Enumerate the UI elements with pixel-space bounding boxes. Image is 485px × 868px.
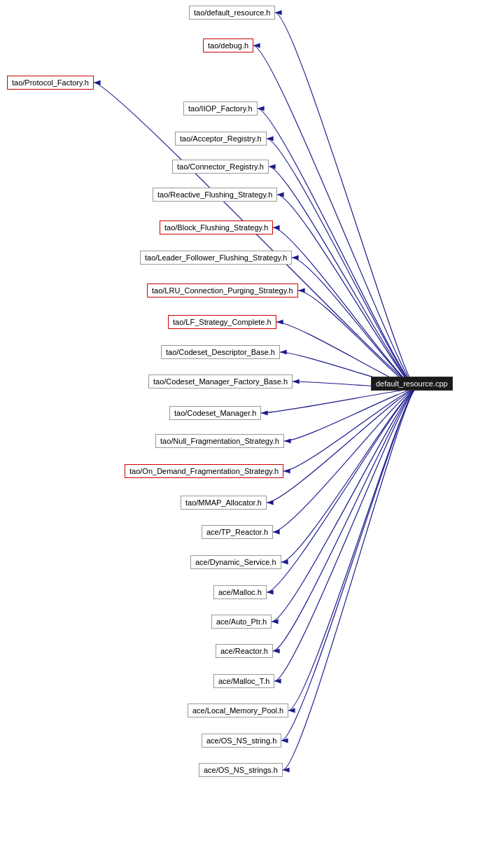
node-codeset_manager_factory_h: tao/Codeset_Manager_Factory_Base.h bbox=[148, 374, 293, 388]
arrow-to-iiop_factory_h bbox=[258, 108, 416, 388]
arrow-to-mmap_allocator_h bbox=[267, 388, 416, 503]
dependency-diagram: tao/default_resource.htao/debug.htao/Pro… bbox=[0, 0, 485, 868]
arrow-to-reactive_flushing_h bbox=[277, 195, 416, 388]
node-default_resource_cpp: default_resource.cpp bbox=[371, 377, 453, 391]
arrow-to-malloc_t_h bbox=[274, 388, 416, 681]
node-os_ns_string_h: ace/OS_NS_string.h bbox=[202, 734, 281, 748]
arrow-to-null_fragmentation_h bbox=[284, 388, 416, 441]
arrow-to-debug_h bbox=[253, 46, 416, 388]
arrow-to-tp_reactor_h bbox=[273, 388, 416, 532]
node-reactive_flushing_h: tao/Reactive_Flushing_Strategy.h bbox=[153, 188, 277, 202]
node-reactor_h: ace/Reactor.h bbox=[216, 644, 273, 658]
arrow-to-lru_connection_h bbox=[298, 290, 416, 388]
arrow-to-leader_follower_h bbox=[292, 258, 416, 388]
node-protocol_factory_h: tao/Protocol_Factory.h bbox=[7, 76, 94, 90]
node-lf_strategy_h: tao/LF_Strategy_Complete.h bbox=[168, 315, 276, 329]
node-default_resource_h: tao/default_resource.h bbox=[189, 6, 275, 20]
arrow-to-protocol_factory_h bbox=[94, 83, 416, 388]
node-malloc_t_h: ace/Malloc_T.h bbox=[213, 674, 274, 688]
arrow-to-os_ns_string_h bbox=[281, 388, 416, 741]
arrow-to-local_memory_pool_h bbox=[288, 388, 416, 710]
arrow-to-default_resource_h bbox=[275, 13, 416, 388]
node-os_ns_strings_h: ace/OS_NS_strings.h bbox=[199, 763, 283, 777]
node-acceptor_registry_h: tao/Acceptor_Registry.h bbox=[175, 132, 267, 146]
node-auto_ptr_h: ace/Auto_Ptr.h bbox=[211, 615, 272, 629]
node-lru_connection_h: tao/LRU_Connection_Purging_Strategy.h bbox=[147, 284, 298, 298]
node-codeset_descriptor_h: tao/Codeset_Descriptor_Base.h bbox=[161, 345, 280, 359]
node-leader_follower_h: tao/Leader_Follower_Flushing_Strategy.h bbox=[140, 251, 292, 265]
arrow-to-block_flushing_h bbox=[273, 227, 416, 388]
arrow-to-codeset_manager_h bbox=[261, 388, 416, 413]
node-on_demand_h: tao/On_Demand_Fragmentation_Strategy.h bbox=[125, 464, 283, 478]
arrow-to-dynamic_service_h bbox=[281, 388, 416, 562]
node-connector_registry_h: tao/Connector_Registry.h bbox=[172, 160, 269, 174]
node-malloc_h: ace/Malloc.h bbox=[213, 585, 267, 599]
node-block_flushing_h: tao/Block_Flushing_Strategy.h bbox=[160, 220, 273, 234]
arrow-to-connector_registry_h bbox=[269, 167, 416, 388]
node-codeset_manager_h: tao/Codeset_Manager.h bbox=[169, 406, 261, 420]
node-iiop_factory_h: tao/IIOP_Factory.h bbox=[183, 102, 258, 115]
node-local_memory_pool_h: ace/Local_Memory_Pool.h bbox=[188, 704, 288, 718]
node-null_fragmentation_h: tao/Null_Fragmentation_Strategy.h bbox=[155, 434, 284, 448]
arrow-to-auto_ptr_h bbox=[272, 388, 416, 622]
node-mmap_allocator_h: tao/MMAP_Allocator.h bbox=[181, 496, 267, 510]
node-dynamic_service_h: ace/Dynamic_Service.h bbox=[190, 555, 281, 569]
arrow-to-malloc_h bbox=[267, 388, 416, 592]
arrow-to-on_demand_h bbox=[283, 388, 416, 471]
arrow-to-os_ns_strings_h bbox=[283, 388, 416, 770]
arrow-to-reactor_h bbox=[273, 388, 416, 651]
node-tp_reactor_h: ace/TP_Reactor.h bbox=[202, 525, 273, 539]
node-debug_h: tao/debug.h bbox=[203, 38, 253, 52]
